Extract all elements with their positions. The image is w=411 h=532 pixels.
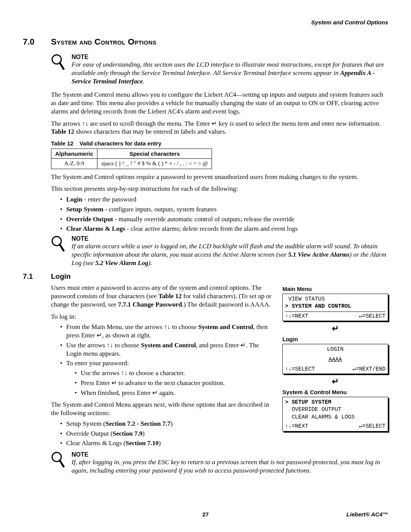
list-item: Clear Alarms & Logs - clear active alarm… [60, 225, 388, 233]
section-ref: Section 7.9 [113, 430, 142, 437]
text-span: ) [142, 430, 145, 437]
list-term: Setup System [66, 206, 104, 213]
svg-line-3 [60, 244, 64, 251]
text-span: ) [170, 420, 173, 427]
text-span: .) The default password is AAAA. [182, 301, 270, 308]
svg-line-1 [60, 63, 64, 69]
valid-chars-table: Alphanumeric Special characters A-Z, 0-9… [51, 149, 212, 169]
note-text: If, after logging in, you press the ESC … [72, 458, 388, 475]
list-desc: - manually override automatic control of… [113, 216, 295, 223]
table-ref: Table 12 [158, 292, 182, 300]
menu-options-list: Setup System (Section 7.2 - Section 7.7)… [60, 420, 274, 447]
list-item: When finished, press Enter ↵ again. [75, 389, 274, 397]
list-item: Override Output (Section 7.9) [60, 430, 274, 438]
enter-arrow-icon: ↵ [282, 376, 388, 387]
section-ref: Section 7.10 [126, 439, 159, 447]
note-block-3: NOTE If, after logging in, you press the… [51, 451, 388, 475]
lcd-hint-right: ↵=SELECT [359, 313, 386, 320]
feature-list: Login - enter the password Setup System … [60, 195, 388, 233]
lcd-line: VIEW STATUS [285, 296, 386, 303]
subsection-number: 7.1 [23, 272, 42, 281]
paragraph: Users must enter a password to access an… [51, 284, 274, 308]
lcd-line: CLEAR ALARMS & LOGS [285, 414, 386, 421]
paragraph: This section presents step-by-step instr… [51, 185, 388, 193]
text-span: The arrows ↑↓ are used to scroll through… [51, 120, 381, 127]
list-desc: - enter the password [83, 196, 137, 203]
lcd-login: LOGIN AAAA ↑↓=SELECT ↵=NEXT/END [282, 344, 388, 374]
lcd-hint-right: ↵=SELECT [359, 423, 386, 430]
table-cell: space [ ] ^ _ ! " # $ % & ( ) * + - / , … [97, 159, 212, 169]
magnifier-icon [51, 54, 65, 85]
text-span: To enter your password: [66, 359, 129, 367]
note-block-2: NOTE If an alarm occurs while a user is … [51, 235, 388, 267]
list-desc: - clear active alarms; delete records fr… [125, 225, 298, 232]
text-span: Use the arrows ↑↓ to choose [66, 342, 141, 349]
svg-line-5 [60, 460, 64, 466]
list-item: Setup System (Section 7.2 - Section 7.7) [60, 420, 274, 428]
list-item: Login - enter the password [60, 195, 388, 204]
magnifier-icon [51, 235, 65, 267]
list-term: Login [66, 196, 83, 203]
list-item: Use the arrows ↑↓ to choose System and C… [60, 341, 274, 358]
section-title: System and Control Options [51, 37, 156, 47]
magnifier-icon [51, 451, 65, 475]
list-item: Press Enter ↵ to advance to the next cha… [75, 379, 274, 387]
lcd-line: LOGIN [285, 346, 386, 353]
table-label: Table 12 [51, 140, 73, 147]
lcd-password: AAAA [285, 356, 386, 364]
list-item: Use the arrows ↑↓ to choose a character. [75, 369, 274, 377]
enter-arrow-icon: ↵ [282, 323, 388, 334]
list-item: Clear Alarms & Logs (Section 7.10) [60, 439, 274, 447]
text-span: Override Output ( [66, 430, 113, 437]
text-span: shows characters that may be entered in … [74, 128, 226, 135]
list-item: From the Main Menu, use the arrows ↑↓ to… [60, 323, 274, 340]
list-desc: - configure inputs, outputs, system feat… [104, 206, 217, 213]
subsection-heading: 7.1 Login [23, 272, 388, 281]
note-text-tail: . [143, 78, 144, 85]
page-number: 27 [202, 511, 209, 518]
lcd-hint: ↑↓=SELECT ↵=NEXT/END [285, 365, 386, 373]
paragraph: The arrows ↑↓ are used to scroll through… [51, 120, 388, 136]
lcd-system-control: > SETUP SYSTEM OVERRIDE OUTPUT CLEAR ALA… [282, 397, 388, 431]
lcd-main-menu: VIEW STATUS > SYSTEM AND CONTROL ↑↓=NEXT… [282, 294, 388, 321]
subsection-title: Login [51, 272, 71, 281]
note-text-span: For ease of understanding, this section … [72, 61, 384, 77]
note-label: NOTE [72, 235, 388, 242]
product-name: Liebert® AC4™ [346, 511, 388, 518]
lcd-title: Login [282, 335, 388, 343]
lcd-title: System & Control Menu [282, 388, 388, 396]
menu-ref: System and Control [141, 342, 196, 349]
lcd-hint: ↑↓=NEXT ↵=SELECT [285, 422, 386, 430]
running-header: System and Control Options [23, 19, 388, 26]
lcd-hint: ↑↓=NEXT ↵=SELECT [285, 312, 386, 320]
note-label: NOTE [72, 54, 388, 61]
paragraph: The System and Control Menu appears next… [51, 401, 274, 417]
cross-ref: 5.2 View Alarm Log [95, 259, 148, 267]
table-cell: A-Z, 0-9 [51, 159, 97, 169]
section-number: 7.0 [23, 37, 42, 47]
cross-ref: 7.7.1 Change Password [118, 301, 182, 308]
list-term: Override Output [66, 216, 113, 223]
note-text: If an alarm occurs while a user is logge… [72, 242, 388, 267]
table-caption: Table 12Valid characters for data entry [51, 140, 388, 147]
text-span: From the Main Menu, use the arrows ↑↓ to… [66, 323, 198, 331]
menu-ref: System and Control [198, 323, 253, 331]
table-title: Valid characters for data entry [80, 140, 161, 147]
note-text: For ease of understanding, this section … [72, 61, 388, 85]
sublist: Use the arrows ↑↓ to choose a character.… [75, 369, 274, 397]
note-label: NOTE [72, 451, 388, 458]
lcd-hint-left: ↑↓=NEXT [285, 313, 308, 320]
lcd-column: Main Menu VIEW STATUS > SYSTEM AND CONTR… [282, 284, 388, 434]
lcd-title: Main Menu [282, 285, 388, 292]
section-ref: Section 7.2 - Section 7.7 [105, 420, 170, 427]
login-steps: From the Main Menu, use the arrows ↑↓ to… [60, 323, 274, 397]
list-item: To enter your password: Use the arrows ↑… [60, 359, 274, 397]
lcd-password-value: AAAA [329, 356, 342, 363]
lcd-hint-left: ↑↓=SELECT [285, 366, 315, 373]
list-term: Clear Alarms & Logs [66, 225, 125, 232]
lcd-line-selected: > SYSTEM AND CONTROL [285, 303, 386, 310]
list-item: Setup System - configure inputs, outputs… [60, 205, 388, 214]
paragraph: The System and Control options require a… [51, 173, 388, 181]
cross-ref: 5.1 View Active Alarms [288, 251, 349, 258]
login-body: Users must enter a password to access an… [51, 284, 274, 447]
